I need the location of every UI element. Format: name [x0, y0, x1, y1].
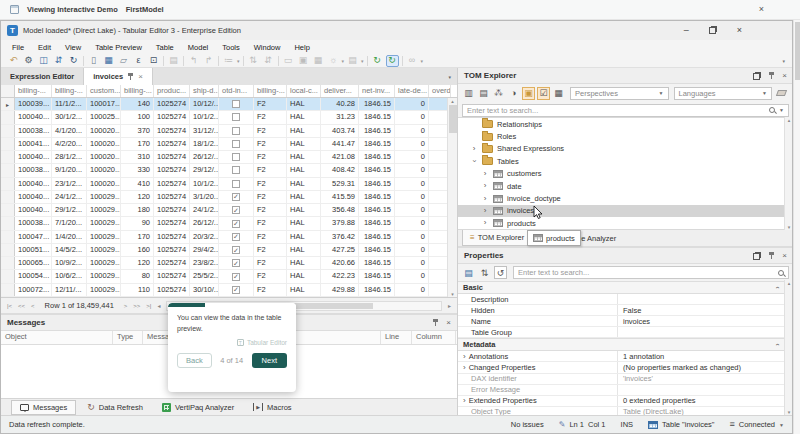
scroll-down-icon[interactable]: ▾: [788, 224, 791, 230]
format-dax-icon[interactable]: ⊡: [147, 55, 160, 67]
otd-checkbox[interactable]: [232, 153, 240, 161]
table-row[interactable]: 100040...28/1/2...100020...310102527426/…: [1, 151, 457, 164]
messages-column-line[interactable]: Line: [381, 331, 412, 344]
caret-down-icon[interactable]: ▼: [779, 107, 784, 113]
grid-column-header[interactable]: billing-...: [52, 85, 87, 97]
table-row[interactable]: 100040...30/1/2...100025...100102527410/…: [1, 111, 457, 124]
chevron-right-icon[interactable]: ›: [463, 363, 466, 372]
property-row-hidden[interactable]: HiddenFalse: [458, 305, 793, 316]
menu-item-model[interactable]: Model: [181, 43, 215, 52]
table-row[interactable]: 100040...29/1/2...100029...180102527424/…: [1, 204, 457, 217]
grid-column-header[interactable]: billing-...: [254, 85, 287, 97]
hscroll-left-icon[interactable]: ◂: [154, 302, 163, 309]
editor-tab-invoices[interactable]: invoices×: [84, 68, 153, 85]
tree-item-customers[interactable]: ›customers: [458, 168, 793, 180]
tree-item-date[interactable]: ›date: [458, 180, 793, 192]
menu-item-view[interactable]: View: [58, 43, 88, 52]
current-table-status[interactable]: Table "invoices": [648, 420, 714, 429]
chevron-right-icon[interactable]: ›: [481, 170, 489, 178]
chevron-up-icon[interactable]: ›: [773, 344, 780, 346]
hscroll-right-icon[interactable]: ▸: [445, 302, 454, 309]
pin-icon[interactable]: [127, 72, 134, 81]
tree-item-invoice-doctype[interactable]: ›invoice_doctype: [458, 192, 793, 204]
dax-editor-icon[interactable]: ε: [132, 55, 145, 67]
table-row[interactable]: 100041...4/2/20...100020...170102527418/…: [1, 138, 457, 151]
table-row[interactable]: 100038...4/1/20...100020...370102527431/…: [1, 125, 457, 138]
pager-next-icon[interactable]: >: [121, 303, 131, 309]
property-row-annotations[interactable]: ›Annotations1 annotation: [458, 351, 793, 362]
grid-column-header[interactable]: billing-...: [15, 85, 52, 97]
toggle-partitions-icon[interactable]: ◑: [507, 87, 520, 100]
table-row[interactable]: 100054...10/6/2...100029...80102527425/5…: [1, 270, 457, 283]
scroll-up-icon[interactable]: ▴: [788, 280, 791, 286]
messages-column-column[interactable]: Column: [412, 331, 456, 344]
pager-next-icon[interactable]: >|: [143, 303, 154, 309]
table-row[interactable]: 100040...23/1/2...100020...410102527410/…: [1, 178, 457, 191]
close-icon[interactable]: ×: [782, 71, 787, 80]
scroll-up-icon[interactable]: ▴: [451, 98, 454, 104]
grid-column-header[interactable]: custom...: [87, 85, 121, 97]
options-icon[interactable]: ⚙: [22, 55, 35, 67]
pin-icon[interactable]: [768, 251, 775, 260]
reset-property-icon[interactable]: ↺: [494, 266, 507, 279]
chevron-down-icon[interactable]: ›: [470, 157, 478, 165]
restore-icon[interactable]: [709, 26, 717, 34]
table-row[interactable]: 100040...24/1/2...100029...12010252743/1…: [1, 191, 457, 204]
tom-tab-tom-explorer[interactable]: ≡TOM Explorer: [462, 230, 532, 246]
save-to-database-icon[interactable]: ◫: [37, 55, 50, 67]
grid-column-header[interactable]: otd-in...: [219, 85, 254, 97]
table-row[interactable]: 100051...14/5/2...100029...160102527429/…: [1, 244, 457, 257]
new-file-icon[interactable]: ▯: [87, 55, 100, 67]
grid-column-header[interactable]: ship-d...: [190, 85, 219, 97]
connection-status[interactable]: ≡ Connected ▼: [730, 420, 785, 429]
otd-checkbox[interactable]: [232, 113, 240, 121]
otd-checkbox[interactable]: [232, 100, 240, 108]
table-row[interactable]: 100038...9/1/20...100020...330102527429/…: [1, 164, 457, 177]
table-preview-icon[interactable]: ▦: [102, 55, 115, 67]
messages-column-type[interactable]: Type: [113, 331, 143, 344]
tree-item-roles[interactable]: Roles: [458, 130, 793, 142]
section-header-basic[interactable]: Basic›: [458, 281, 793, 294]
property-row-description[interactable]: Description: [458, 294, 793, 305]
toggle-layout-icon[interactable]: ▦: [552, 87, 565, 100]
grid-column-header[interactable]: net-inv...: [359, 85, 395, 97]
bottom-tab-vertipaq-analyzer[interactable]: VertiPaq Analyzer: [154, 400, 242, 415]
grid-column-header[interactable]: produc...: [154, 85, 190, 97]
scroll-thumb[interactable]: [449, 105, 457, 133]
pin-icon[interactable]: [768, 71, 775, 80]
table-row[interactable]: 100065...10/9/2...100029...120102527423/…: [1, 257, 457, 270]
categorized-icon[interactable]: ▤: [462, 266, 475, 279]
deploy-icon[interactable]: ↶: [7, 55, 20, 67]
grid-column-header[interactable]: billing-...: [121, 85, 154, 97]
chevron-up-icon[interactable]: ›: [773, 286, 780, 288]
pager-prev-icon[interactable]: <<: [15, 303, 28, 309]
refresh-table-icon[interactable]: ↻: [386, 55, 399, 67]
chevron-right-icon[interactable]: ›: [463, 352, 466, 361]
property-row-dax-identifier[interactable]: DAX identifier'invoices': [458, 374, 793, 385]
otd-checkbox[interactable]: ✓: [232, 259, 240, 267]
refresh-data-icon[interactable]: ↻: [371, 55, 384, 67]
toolbar-overflow-icon[interactable]: ▾: [782, 58, 789, 64]
pin-icon[interactable]: [432, 318, 439, 327]
grid-column-header[interactable]: local-c...: [287, 85, 321, 97]
toggle-objects-icon[interactable]: ☑: [537, 87, 550, 100]
grid-column-header[interactable]: late-de...: [395, 85, 429, 97]
chevron-right-icon[interactable]: ›: [481, 219, 489, 227]
grid-column-header[interactable]: overdu...: [429, 85, 451, 97]
new-query-icon[interactable]: ▱: [117, 55, 130, 67]
grid-vertical-scrollbar[interactable]: ▴ ▾: [447, 98, 457, 297]
refresh-model-icon[interactable]: ↻: [67, 55, 80, 67]
table-row[interactable]: 100047...1/4/20...100029...170102527420/…: [1, 231, 457, 244]
import-icon[interactable]: ⇵: [52, 55, 65, 67]
table-row[interactable]: 100038...7/1/20...100029...90102527426/1…: [1, 217, 457, 230]
messages-column-object[interactable]: Object: [1, 331, 113, 344]
back-button[interactable]: Back: [177, 353, 212, 368]
tab-list-icon[interactable]: ▾: [448, 74, 457, 80]
toggle-columns-icon[interactable]: ▤: [477, 87, 490, 100]
perspectives-dropdown[interactable]: Perspectives ▼: [570, 87, 669, 100]
properties-vertical-scrollbar[interactable]: ▴ ▾: [784, 280, 793, 415]
browser-close-icon[interactable]: ×: [759, 5, 764, 14]
table-row[interactable]: 100072...12/11/...100029...110102527430/…: [1, 284, 457, 297]
tree-item-shared-expressions[interactable]: ›Shared Expressions: [458, 143, 793, 155]
otd-checkbox[interactable]: ✓: [232, 193, 240, 201]
